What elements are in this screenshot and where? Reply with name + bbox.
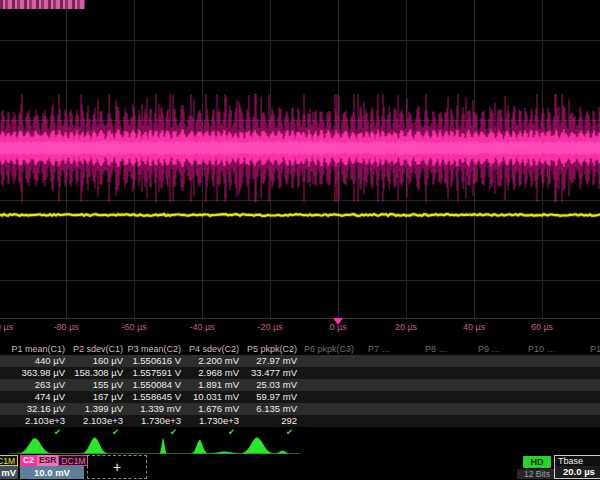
measurement-row: 263 µV155 µV1.550084 V1.891 mV25.03 mV [0,379,600,391]
param-header-p1[interactable]: P1 mean(C1) [10,344,68,355]
param-header-p4[interactable]: P4 sdev(C2) [184,344,242,355]
measurement-value: 2.103e+3 [10,415,68,427]
c2-scale-value: 10.0 mV [20,466,84,479]
measurement-value: 158.308 µV [68,367,126,379]
toolbar: DC1M 10.0 mV C2 ESR DC1M 10.0 mV + HD 12… [0,455,600,480]
measurement-value: 2.200 mV [184,355,242,367]
time-axis-label: -100 µs [0,322,13,332]
hd-bits-label: 12 Bits [517,469,557,479]
top-left-label-fragment [0,0,85,9]
time-axis-label: -40 µs [189,322,214,332]
measurement-value: 167 µV [68,391,126,403]
measurement-value: 440 µV [10,355,68,367]
param-header-p6-inactive[interactable]: P6 pkpk(C3) [304,344,354,355]
measurement-value: 1.891 mV [184,379,242,391]
histicon [126,438,184,454]
histicon [242,438,300,454]
timebase-descriptor[interactable]: Tbase 20.0 µs [554,455,600,479]
histicon [184,440,242,454]
param-header-p5[interactable]: P5 pkpk(C2) [242,344,300,355]
measurement-value: 32.16 µV [10,403,68,415]
param-header-p9-inactive[interactable]: P9 … [478,344,501,355]
measurement-value: 25.03 mV [242,379,300,391]
channel-c1-descriptor[interactable]: DC1M 10.0 mV [0,455,18,479]
c2-esr-badge: ESR [37,455,58,466]
measurement-value: 33.477 mV [242,367,300,379]
measurement-value: 10.031 mV [184,391,242,403]
measurement-value: 1.339 mV [126,403,184,415]
measurement-value: 363.98 µV [10,367,68,379]
measurement-value: 2.103e+3 [68,415,126,427]
measurement-value: 59.97 mV [242,391,300,403]
waveform-svg [0,0,600,319]
c1-coupling-badge: DC1M [0,455,18,466]
c2-coupling-badge: DC1M [58,455,88,466]
channel-c2-descriptor[interactable]: C2 ESR DC1M 10.0 mV [20,455,84,479]
measurement-value: 474 µV [10,391,68,403]
measurement-value: 1.399 µV [68,403,126,415]
measurement-table: P1 mean(C1)P2 sdev(C1)P3 mean(C2)P4 sdev… [0,344,600,437]
oscilloscope-screen: -100 µs-80 µs-60 µs-40 µs-20 µs0 µs20 µs… [0,0,600,480]
timebase-value: 20.0 µs [555,466,600,478]
measurement-value: 1.730e+3 [184,415,242,427]
waveform-display[interactable] [0,0,600,319]
time-axis-label: 60 µs [531,322,553,332]
c1-scale-value: 10.0 mV [0,466,18,479]
param-header-p10-inactive[interactable]: P10 … [528,344,556,355]
measurement-value: 6.135 mV [242,403,300,415]
measurement-table-header: P1 mean(C1)P2 sdev(C1)P3 mean(C2)P4 sdev… [0,344,600,355]
measurement-row: 2.103e+32.103e+31.730e+31.730e+3292 [0,415,600,427]
param-header-p8-inactive[interactable]: P8 … [425,344,448,355]
measurement-value: 263 µV [10,379,68,391]
measurement-row: 363.98 µV158.308 µV1.557591 V2.968 mV33.… [0,367,600,379]
measurement-value: 292 [242,415,300,427]
time-axis-label: -80 µs [53,322,78,332]
time-axis-label: -20 µs [257,322,282,332]
measurement-row: 440 µV160 µV1.550616 V2.200 mV27.97 mV [0,355,600,367]
param-header-p11-inactive[interactable]: P11 [590,344,600,355]
measurement-value: 27.97 mV [242,355,300,367]
measurement-value: 1.676 mV [184,403,242,415]
measurement-histicons [0,435,600,455]
histicon [10,438,68,453]
time-axis-label: 20 µs [395,322,417,332]
measurement-value: 155 µV [68,379,126,391]
timebase-title: Tbase [555,456,600,466]
measurement-value: 2.968 mV [184,367,242,379]
time-axis: -100 µs-80 µs-60 µs-40 µs-20 µs0 µs20 µs… [0,319,600,337]
add-trace-button[interactable]: + [87,455,147,479]
measurement-row: 474 µV167 µV1.558645 V10.031 mV59.97 mV [0,391,600,403]
time-axis-label: 40 µs [463,322,485,332]
histicon [68,438,126,454]
measurement-value: 1.550084 V [126,379,184,391]
measurement-value: 160 µV [68,355,126,367]
measurement-row: 32.16 µV1.399 µV1.339 mV1.676 mV6.135 mV [0,403,600,415]
param-header-p2[interactable]: P2 sdev(C1) [68,344,126,355]
measurement-value: 1.557591 V [126,367,184,379]
time-axis-label: 0 µs [329,322,346,332]
measurement-value: 1.730e+3 [126,415,184,427]
hd-mode-badge: HD [523,456,551,468]
param-header-p7-inactive[interactable]: P7 … [368,344,391,355]
param-header-p3[interactable]: P3 mean(C2) [126,344,184,355]
measurement-value: 1.558645 V [126,391,184,403]
measurement-value: 1.550616 V [126,355,184,367]
c2-label: C2 [20,455,37,466]
time-axis-label: -60 µs [121,322,146,332]
